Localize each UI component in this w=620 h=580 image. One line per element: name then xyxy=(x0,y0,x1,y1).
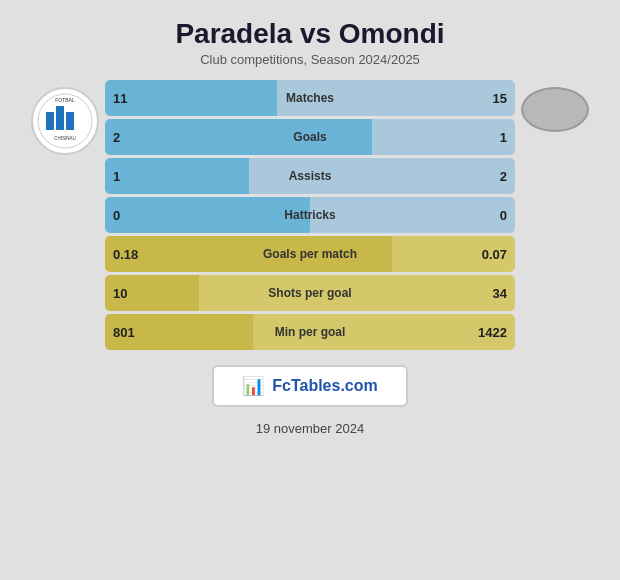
stat-value-right: 34 xyxy=(493,286,507,301)
stat-bar-row: Goals21 xyxy=(105,119,515,155)
bar-left-fill xyxy=(105,80,277,116)
stats-bars-container: Matches1115Goals21Assists12Hattricks00Go… xyxy=(105,77,515,353)
stat-value-right: 15 xyxy=(493,91,507,106)
fctables-icon: 📊 xyxy=(242,375,264,397)
stat-value-left: 1 xyxy=(113,169,120,184)
bar-left-fill xyxy=(105,158,249,194)
stat-value-right: 0 xyxy=(500,208,507,223)
stat-value-left: 0 xyxy=(113,208,120,223)
stat-label: Hattricks xyxy=(284,208,335,222)
stat-value-left: 2 xyxy=(113,130,120,145)
stat-bar-row: Assists12 xyxy=(105,158,515,194)
svg-rect-3 xyxy=(66,112,74,130)
fctables-label: FcTables.com xyxy=(272,377,378,395)
stat-bar-row: Hattricks00 xyxy=(105,197,515,233)
bar-left-fill xyxy=(105,197,310,233)
stat-label: Assists xyxy=(289,169,332,183)
svg-text:CHISINAU: CHISINAU xyxy=(54,136,76,141)
stat-value-right: 2 xyxy=(500,169,507,184)
stat-bar-row: Min per goal8011422 xyxy=(105,314,515,350)
uni-chisinau-logo-icon: FOTBAL CHISINAU xyxy=(36,92,94,150)
stat-bar-row: Shots per goal1034 xyxy=(105,275,515,311)
stat-bar-row: Matches1115 xyxy=(105,80,515,116)
stat-bar-row: Goals per match0.180.07 xyxy=(105,236,515,272)
right-team-logo xyxy=(515,87,595,132)
bar-left-fill xyxy=(105,119,372,155)
title-text: Paradela vs Omondi xyxy=(175,18,444,49)
date-label: 19 november 2024 xyxy=(256,421,364,436)
stat-label: Matches xyxy=(286,91,334,105)
stat-value-right: 1 xyxy=(500,130,507,145)
stat-label: Shots per goal xyxy=(268,286,351,300)
stat-value-left: 11 xyxy=(113,91,127,106)
stat-value-right: 0.07 xyxy=(482,247,507,262)
stat-label: Min per goal xyxy=(275,325,346,339)
svg-rect-1 xyxy=(46,112,54,130)
subtitle-text: Club competitions, Season 2024/2025 xyxy=(200,52,420,67)
stat-value-left: 801 xyxy=(113,325,135,340)
stat-label: Goals xyxy=(293,130,326,144)
stat-value-left: 10 xyxy=(113,286,127,301)
svg-text:FOTBAL: FOTBAL xyxy=(55,97,75,103)
stat-label: Goals per match xyxy=(263,247,357,261)
svg-rect-2 xyxy=(56,106,64,130)
stat-value-right: 1422 xyxy=(478,325,507,340)
page-title: Paradela vs Omondi xyxy=(0,18,620,50)
fctables-banner[interactable]: 📊 FcTables.com xyxy=(212,365,408,407)
left-team-logo: FOTBAL CHISINAU xyxy=(25,87,105,155)
stat-value-left: 0.18 xyxy=(113,247,138,262)
